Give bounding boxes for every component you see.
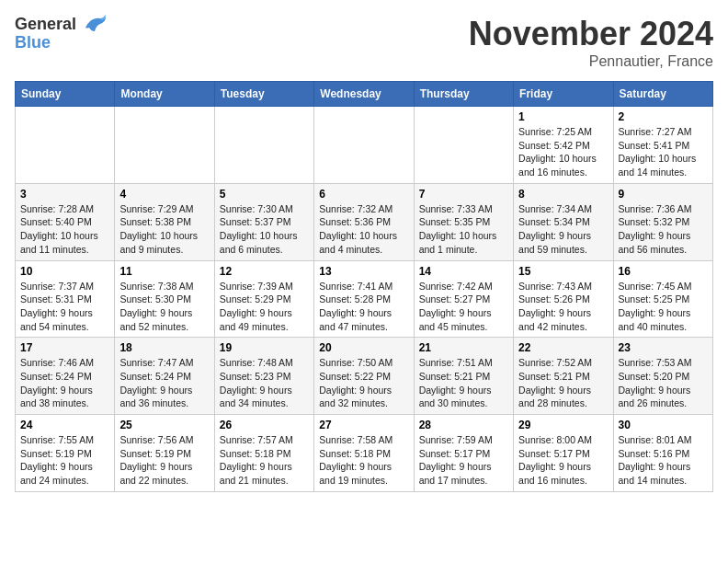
day-number: 27: [319, 419, 408, 431]
day-number: 26: [220, 419, 309, 431]
day-info: Sunrise: 7:45 AM Sunset: 5:25 PM Dayligh…: [619, 280, 708, 334]
calendar-cell: 29Sunrise: 8:00 AM Sunset: 5:17 PM Dayli…: [514, 415, 613, 492]
day-info: Sunrise: 7:28 AM Sunset: 5:40 PM Dayligh…: [20, 202, 109, 257]
calendar-week-4: 17Sunrise: 7:46 AM Sunset: 5:24 PM Dayli…: [16, 338, 713, 415]
weekday-header-wednesday: Wednesday: [314, 82, 414, 107]
calendar-cell: 12Sunrise: 7:39 AM Sunset: 5:29 PM Dayli…: [214, 260, 313, 338]
calendar-cell: 24Sunrise: 7:55 AM Sunset: 5:19 PM Dayli…: [16, 415, 115, 492]
day-number: 11: [119, 265, 209, 278]
weekday-header-monday: Monday: [115, 82, 214, 107]
calendar-table: SundayMondayTuesdayWednesdayThursdayFrid…: [15, 81, 713, 492]
day-info: Sunrise: 7:47 AM Sunset: 5:24 PM Dayligh…: [119, 356, 209, 410]
weekday-header-thursday: Thursday: [414, 82, 513, 107]
day-number: 24: [20, 419, 109, 431]
calendar-cell: 2Sunrise: 7:27 AM Sunset: 5:41 PM Daylig…: [613, 107, 712, 184]
calendar-cell: 3Sunrise: 7:28 AM Sunset: 5:40 PM Daylig…: [16, 183, 115, 260]
location: Pennautier, France: [469, 53, 713, 70]
day-number: 3: [20, 188, 109, 201]
logo: General Blue: [15, 15, 108, 52]
day-number: 17: [20, 341, 109, 354]
day-number: 6: [319, 188, 408, 201]
weekday-header-saturday: Saturday: [613, 82, 712, 107]
day-number: 14: [419, 265, 508, 278]
calendar-week-3: 10Sunrise: 7:37 AM Sunset: 5:31 PM Dayli…: [16, 260, 713, 338]
logo-bird-icon: [84, 15, 108, 35]
calendar-cell: 15Sunrise: 7:43 AM Sunset: 5:26 PM Dayli…: [514, 260, 613, 338]
calendar-cell: 5Sunrise: 7:30 AM Sunset: 5:37 PM Daylig…: [214, 183, 313, 260]
day-number: 8: [518, 188, 608, 201]
day-number: 29: [518, 419, 608, 431]
day-info: Sunrise: 8:00 AM Sunset: 5:17 PM Dayligh…: [518, 433, 608, 488]
day-number: 22: [518, 341, 608, 354]
calendar-week-2: 3Sunrise: 7:28 AM Sunset: 5:40 PM Daylig…: [16, 183, 713, 260]
calendar-cell: 13Sunrise: 7:41 AM Sunset: 5:28 PM Dayli…: [314, 260, 414, 338]
day-info: Sunrise: 7:51 AM Sunset: 5:21 PM Dayligh…: [419, 356, 508, 410]
calendar-cell: [314, 107, 414, 184]
day-info: Sunrise: 7:38 AM Sunset: 5:30 PM Dayligh…: [119, 280, 209, 334]
day-info: Sunrise: 7:50 AM Sunset: 5:22 PM Dayligh…: [319, 356, 408, 410]
calendar-cell: 21Sunrise: 7:51 AM Sunset: 5:21 PM Dayli…: [414, 338, 513, 415]
calendar-cell: 17Sunrise: 7:46 AM Sunset: 5:24 PM Dayli…: [16, 338, 115, 415]
day-info: Sunrise: 7:53 AM Sunset: 5:20 PM Dayligh…: [619, 356, 708, 410]
calendar-cell: 30Sunrise: 8:01 AM Sunset: 5:16 PM Dayli…: [613, 415, 712, 492]
calendar-cell: 9Sunrise: 7:36 AM Sunset: 5:32 PM Daylig…: [613, 183, 712, 260]
day-number: 30: [619, 419, 708, 431]
calendar-cell: 16Sunrise: 7:45 AM Sunset: 5:25 PM Dayli…: [613, 260, 712, 338]
day-info: Sunrise: 7:57 AM Sunset: 5:18 PM Dayligh…: [220, 433, 309, 488]
day-number: 18: [119, 341, 209, 354]
calendar-cell: 25Sunrise: 7:56 AM Sunset: 5:19 PM Dayli…: [115, 415, 214, 492]
day-number: 25: [119, 419, 209, 431]
title-block: November 2024 Pennautier, France: [469, 15, 713, 70]
day-info: Sunrise: 7:32 AM Sunset: 5:36 PM Dayligh…: [319, 202, 408, 257]
day-number: 10: [20, 265, 109, 278]
day-info: Sunrise: 7:39 AM Sunset: 5:29 PM Dayligh…: [220, 280, 309, 334]
calendar-cell: 6Sunrise: 7:32 AM Sunset: 5:36 PM Daylig…: [314, 183, 414, 260]
day-number: 19: [220, 341, 309, 354]
day-number: 20: [319, 341, 408, 354]
calendar-week-5: 24Sunrise: 7:55 AM Sunset: 5:19 PM Dayli…: [16, 415, 713, 492]
page-header: General Blue November 2024 Pennautier, F…: [15, 15, 713, 70]
day-number: 5: [220, 188, 309, 201]
day-info: Sunrise: 7:36 AM Sunset: 5:32 PM Dayligh…: [619, 202, 708, 257]
calendar-cell: [414, 107, 513, 184]
day-info: Sunrise: 7:56 AM Sunset: 5:19 PM Dayligh…: [119, 433, 209, 488]
day-info: Sunrise: 7:42 AM Sunset: 5:27 PM Dayligh…: [419, 280, 508, 334]
day-info: Sunrise: 7:58 AM Sunset: 5:18 PM Dayligh…: [319, 433, 408, 488]
day-info: Sunrise: 7:48 AM Sunset: 5:23 PM Dayligh…: [220, 356, 309, 410]
day-number: 4: [119, 188, 209, 201]
calendar-header-row: SundayMondayTuesdayWednesdayThursdayFrid…: [16, 82, 713, 107]
calendar-cell: 20Sunrise: 7:50 AM Sunset: 5:22 PM Dayli…: [314, 338, 414, 415]
calendar-cell: 7Sunrise: 7:33 AM Sunset: 5:35 PM Daylig…: [414, 183, 513, 260]
day-info: Sunrise: 8:01 AM Sunset: 5:16 PM Dayligh…: [619, 433, 708, 488]
calendar-cell: 8Sunrise: 7:34 AM Sunset: 5:34 PM Daylig…: [514, 183, 613, 260]
logo-blue: Blue: [15, 33, 108, 52]
day-number: 15: [518, 265, 608, 278]
calendar-cell: 26Sunrise: 7:57 AM Sunset: 5:18 PM Dayli…: [214, 415, 313, 492]
weekday-header-sunday: Sunday: [16, 82, 115, 107]
day-number: 9: [619, 188, 708, 201]
day-info: Sunrise: 7:25 AM Sunset: 5:42 PM Dayligh…: [518, 125, 608, 179]
day-info: Sunrise: 7:59 AM Sunset: 5:17 PM Dayligh…: [419, 433, 508, 488]
calendar-cell: 19Sunrise: 7:48 AM Sunset: 5:23 PM Dayli…: [214, 338, 313, 415]
calendar-cell: 27Sunrise: 7:58 AM Sunset: 5:18 PM Dayli…: [314, 415, 414, 492]
calendar-cell: [115, 107, 214, 184]
day-number: 7: [419, 188, 508, 201]
day-number: 16: [619, 265, 708, 278]
calendar-cell: 14Sunrise: 7:42 AM Sunset: 5:27 PM Dayli…: [414, 260, 513, 338]
calendar-cell: 1Sunrise: 7:25 AM Sunset: 5:42 PM Daylig…: [514, 107, 613, 184]
calendar-cell: 18Sunrise: 7:47 AM Sunset: 5:24 PM Dayli…: [115, 338, 214, 415]
calendar-cell: [16, 107, 115, 184]
calendar-cell: 23Sunrise: 7:53 AM Sunset: 5:20 PM Dayli…: [613, 338, 712, 415]
calendar-week-1: 1Sunrise: 7:25 AM Sunset: 5:42 PM Daylig…: [16, 107, 713, 184]
calendar-cell: 22Sunrise: 7:52 AM Sunset: 5:21 PM Dayli…: [514, 338, 613, 415]
day-info: Sunrise: 7:55 AM Sunset: 5:19 PM Dayligh…: [20, 433, 109, 488]
calendar-cell: 28Sunrise: 7:59 AM Sunset: 5:17 PM Dayli…: [414, 415, 513, 492]
day-number: 21: [419, 341, 508, 354]
calendar-cell: [214, 107, 313, 184]
calendar-cell: 4Sunrise: 7:29 AM Sunset: 5:38 PM Daylig…: [115, 183, 214, 260]
day-info: Sunrise: 7:41 AM Sunset: 5:28 PM Dayligh…: [319, 280, 408, 334]
day-info: Sunrise: 7:43 AM Sunset: 5:26 PM Dayligh…: [518, 280, 608, 334]
weekday-header-tuesday: Tuesday: [214, 82, 313, 107]
day-number: 1: [518, 110, 608, 123]
day-number: 23: [619, 341, 708, 354]
